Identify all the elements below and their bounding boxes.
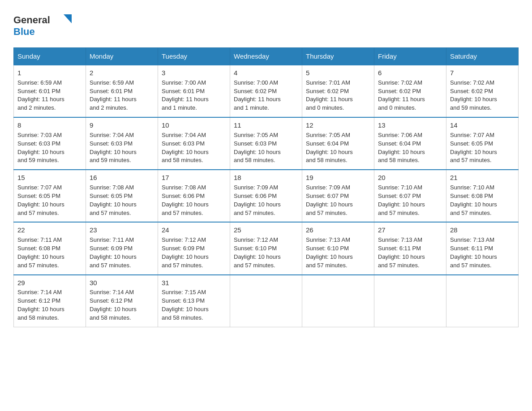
day-number: 17 [162,173,226,183]
day-number: 7 [450,68,515,78]
day-number: 27 [378,225,442,235]
day-cell: 10Sunrise: 7:04 AMSunset: 6:03 PMDayligh… [158,117,230,170]
day-cell: 26Sunrise: 7:13 AMSunset: 6:10 PMDayligh… [302,222,374,274]
day-cell: 9Sunrise: 7:04 AMSunset: 6:03 PMDaylight… [86,117,158,170]
day-info: Sunrise: 7:04 AMSunset: 6:03 PMDaylight:… [162,132,209,164]
day-cell [302,275,374,327]
column-header-monday: Monday [86,48,158,65]
logo-svg: General Blue [13,9,72,40]
column-header-sunday: Sunday [14,48,86,65]
day-cell: 30Sunrise: 7:14 AMSunset: 6:12 PMDayligh… [86,275,158,327]
day-info: Sunrise: 7:01 AMSunset: 6:02 PMDaylight:… [306,79,353,111]
day-cell: 17Sunrise: 7:08 AMSunset: 6:06 PMDayligh… [158,170,230,222]
logo: General Blue [13,9,72,40]
day-info: Sunrise: 7:03 AMSunset: 6:03 PMDaylight:… [17,132,64,164]
day-number: 16 [90,173,154,183]
day-cell: 15Sunrise: 7:07 AMSunset: 6:05 PMDayligh… [14,170,86,222]
day-cell: 27Sunrise: 7:13 AMSunset: 6:11 PMDayligh… [374,222,446,274]
day-info: Sunrise: 7:02 AMSunset: 6:02 PMDaylight:… [450,79,497,111]
day-number: 12 [306,120,370,130]
day-number: 30 [90,278,154,288]
day-info: Sunrise: 7:13 AMSunset: 6:10 PMDaylight:… [306,236,353,269]
day-cell: 20Sunrise: 7:10 AMSunset: 6:07 PMDayligh… [374,170,446,222]
day-number: 29 [17,278,82,288]
column-header-wednesday: Wednesday [230,48,302,65]
day-number: 26 [306,225,370,235]
day-number: 9 [90,120,154,130]
day-info: Sunrise: 7:04 AMSunset: 6:03 PMDaylight:… [90,132,137,164]
day-info: Sunrise: 7:10 AMSunset: 6:08 PMDaylight:… [450,184,497,216]
day-number: 25 [234,225,298,235]
day-cell: 28Sunrise: 7:13 AMSunset: 6:11 PMDayligh… [446,222,519,274]
day-info: Sunrise: 7:13 AMSunset: 6:11 PMDaylight:… [378,236,425,269]
day-cell: 7Sunrise: 7:02 AMSunset: 6:02 PMDaylight… [446,65,519,117]
day-cell: 16Sunrise: 7:08 AMSunset: 6:05 PMDayligh… [86,170,158,222]
day-info: Sunrise: 7:12 AMSunset: 6:10 PMDaylight:… [234,236,281,269]
day-number: 11 [234,120,298,130]
day-info: Sunrise: 7:09 AMSunset: 6:07 PMDaylight:… [306,184,353,216]
day-cell: 22Sunrise: 7:11 AMSunset: 6:08 PMDayligh… [14,222,86,274]
day-number: 1 [17,68,82,78]
day-number: 15 [17,173,82,183]
day-cell: 21Sunrise: 7:10 AMSunset: 6:08 PMDayligh… [446,170,519,222]
day-info: Sunrise: 7:02 AMSunset: 6:02 PMDaylight:… [378,79,425,111]
day-number: 21 [450,173,515,183]
day-info: Sunrise: 7:06 AMSunset: 6:04 PMDaylight:… [378,132,425,164]
day-cell: 25Sunrise: 7:12 AMSunset: 6:10 PMDayligh… [230,222,302,274]
day-cell: 11Sunrise: 7:05 AMSunset: 6:03 PMDayligh… [230,117,302,170]
day-info: Sunrise: 7:05 AMSunset: 6:04 PMDaylight:… [306,132,353,164]
day-cell [446,275,519,327]
day-info: Sunrise: 6:59 AMSunset: 6:01 PMDaylight:… [90,79,137,111]
day-cell: 14Sunrise: 7:07 AMSunset: 6:05 PMDayligh… [446,117,519,170]
day-info: Sunrise: 7:09 AMSunset: 6:06 PMDaylight:… [234,184,281,216]
day-cell: 29Sunrise: 7:14 AMSunset: 6:12 PMDayligh… [14,275,86,327]
calendar-header: SundayMondayTuesdayWednesdayThursdayFrid… [14,48,519,65]
day-cell: 4Sunrise: 7:00 AMSunset: 6:02 PMDaylight… [230,65,302,117]
week-row-5: 29Sunrise: 7:14 AMSunset: 6:12 PMDayligh… [14,275,519,327]
day-number: 8 [17,120,82,130]
day-info: Sunrise: 6:59 AMSunset: 6:01 PMDaylight:… [17,79,64,111]
day-cell: 18Sunrise: 7:09 AMSunset: 6:06 PMDayligh… [230,170,302,222]
svg-marker-1 [64,14,72,23]
day-number: 19 [306,173,370,183]
column-header-friday: Friday [374,48,446,65]
day-number: 23 [90,225,154,235]
day-info: Sunrise: 7:05 AMSunset: 6:03 PMDaylight:… [234,132,281,164]
column-header-tuesday: Tuesday [158,48,230,65]
week-row-4: 22Sunrise: 7:11 AMSunset: 6:08 PMDayligh… [14,222,519,274]
day-number: 28 [450,225,515,235]
day-number: 18 [234,173,298,183]
day-number: 20 [378,173,442,183]
day-cell: 13Sunrise: 7:06 AMSunset: 6:04 PMDayligh… [374,117,446,170]
day-number: 10 [162,120,226,130]
day-info: Sunrise: 7:00 AMSunset: 6:01 PMDaylight:… [162,79,209,111]
day-cell: 12Sunrise: 7:05 AMSunset: 6:04 PMDayligh… [302,117,374,170]
svg-text:Blue: Blue [13,26,35,37]
day-cell: 5Sunrise: 7:01 AMSunset: 6:02 PMDaylight… [302,65,374,117]
day-cell: 6Sunrise: 7:02 AMSunset: 6:02 PMDaylight… [374,65,446,117]
day-cell: 31Sunrise: 7:15 AMSunset: 6:13 PMDayligh… [158,275,230,327]
day-cell: 24Sunrise: 7:12 AMSunset: 6:09 PMDayligh… [158,222,230,274]
day-info: Sunrise: 7:07 AMSunset: 6:05 PMDaylight:… [17,184,64,216]
page-header: General Blue [13,9,519,40]
day-info: Sunrise: 7:11 AMSunset: 6:08 PMDaylight:… [17,236,64,269]
day-number: 31 [162,278,226,288]
day-info: Sunrise: 7:11 AMSunset: 6:09 PMDaylight:… [90,236,137,269]
day-info: Sunrise: 7:14 AMSunset: 6:12 PMDaylight:… [90,289,137,321]
day-cell: 2Sunrise: 6:59 AMSunset: 6:01 PMDaylight… [86,65,158,117]
week-row-3: 15Sunrise: 7:07 AMSunset: 6:05 PMDayligh… [14,170,519,222]
day-number: 6 [378,68,442,78]
day-cell: 3Sunrise: 7:00 AMSunset: 6:01 PMDaylight… [158,65,230,117]
day-cell: 8Sunrise: 7:03 AMSunset: 6:03 PMDaylight… [14,117,86,170]
day-number: 24 [162,225,226,235]
calendar-table: SundayMondayTuesdayWednesdayThursdayFrid… [13,47,519,327]
day-cell [374,275,446,327]
day-cell: 1Sunrise: 6:59 AMSunset: 6:01 PMDaylight… [14,65,86,117]
day-info: Sunrise: 7:10 AMSunset: 6:07 PMDaylight:… [378,184,425,216]
column-header-thursday: Thursday [302,48,374,65]
day-number: 3 [162,68,226,78]
svg-text:General: General [13,14,50,26]
day-number: 4 [234,68,298,78]
day-cell: 23Sunrise: 7:11 AMSunset: 6:09 PMDayligh… [86,222,158,274]
header-row: SundayMondayTuesdayWednesdayThursdayFrid… [14,48,519,65]
